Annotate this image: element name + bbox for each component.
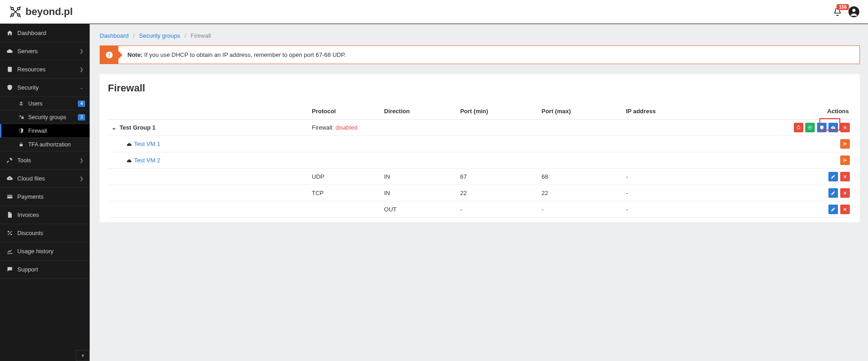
vm-row: Test VM 1	[108, 136, 852, 152]
home-icon	[6, 30, 13, 36]
group-row[interactable]: ⌄ Test Group 1 Firewall: disabled	[108, 120, 852, 136]
svg-rect-16	[109, 53, 110, 55]
logo-icon	[9, 5, 22, 18]
edit-rule-button[interactable]	[828, 172, 838, 181]
delete-rule-button[interactable]	[840, 172, 850, 181]
rule-pmin: 22	[457, 185, 538, 201]
shield-half-icon	[18, 128, 24, 134]
rule-direction: OUT	[381, 201, 457, 218]
rule-direction: IN	[381, 169, 457, 185]
chevron-right-icon: ❯	[80, 158, 83, 163]
sidebar-item-firewall[interactable]: Firewall	[0, 124, 90, 138]
rule-protocol	[308, 201, 381, 218]
sidebar-item-discounts[interactable]: Discounts	[0, 224, 90, 242]
cloud-down-icon	[6, 175, 13, 182]
svg-point-13	[8, 231, 9, 232]
col-actions: Actions	[708, 103, 852, 120]
chevron-left-icon	[81, 353, 85, 358]
refresh-icon	[796, 125, 801, 130]
topbar: beyond.pl 156	[0, 0, 868, 24]
breadcrumb-current: Firewall	[191, 32, 211, 39]
sidebar-item-tfa[interactable]: TFA authorization	[0, 138, 90, 151]
edit-rule-button[interactable]	[828, 188, 838, 198]
col-direction: Direction	[381, 103, 457, 120]
alert-note: Note: If you use DHCP to obtain an IP ad…	[100, 45, 860, 64]
shield-icon	[819, 125, 824, 130]
sidebar-item-label: Discounts	[17, 230, 43, 236]
rule-pmin: 67	[457, 169, 538, 185]
svg-rect-11	[7, 195, 12, 199]
sidebar-item-support[interactable]: Support	[0, 261, 90, 279]
delete-rule-button[interactable]	[840, 188, 850, 198]
pencil-icon	[831, 207, 836, 212]
cloud-icon	[6, 48, 13, 55]
sidebar-item-label: Firewall	[28, 128, 47, 134]
vm-row: Test VM 2	[108, 152, 852, 169]
notification-count: 156	[837, 4, 849, 10]
vm-out-button[interactable]	[840, 155, 850, 165]
shield-action-button[interactable]	[817, 123, 827, 132]
sidebar-item-dashboard[interactable]: Dashboard	[0, 24, 90, 42]
col-ip: IP address	[622, 103, 708, 120]
svg-point-14	[10, 234, 12, 235]
sidebar-item-label: Invoices	[17, 211, 39, 218]
sidebar-item-label: Payments	[17, 193, 44, 200]
database-icon	[6, 66, 13, 73]
sidebar-item-payments[interactable]: Payments	[0, 188, 90, 206]
sidebar-item-security[interactable]: Security ⌄	[0, 79, 90, 97]
sidebar-item-label: TFA authorization	[28, 141, 71, 148]
sidebar-item-cloud-files[interactable]: Cloud files ❯	[0, 170, 90, 188]
add-rule-button[interactable]	[805, 123, 815, 132]
close-icon	[843, 191, 848, 196]
group-lock-icon	[18, 114, 24, 120]
rule-row: TCP IN 22 22 -	[108, 185, 852, 201]
plus-circle-icon	[807, 125, 812, 130]
svg-rect-9	[21, 117, 24, 119]
vm-link[interactable]: Test VM 1	[134, 140, 160, 147]
rule-protocol: UDP	[308, 169, 381, 185]
chevron-right-icon: ❯	[80, 49, 83, 54]
rule-ip: -	[622, 201, 708, 218]
sidebar-collapse-button[interactable]	[76, 350, 90, 361]
user-avatar[interactable]	[848, 6, 860, 18]
sidebar-item-label: Usage history	[17, 248, 53, 255]
sidebar-item-invoices[interactable]: Invoices	[0, 206, 90, 224]
svg-point-8	[20, 115, 21, 117]
firewall-table: Protocol Direction Port (min) Port (max)…	[108, 103, 852, 218]
delete-rule-button[interactable]	[840, 205, 850, 214]
rule-pmax: 22	[538, 185, 623, 201]
close-icon	[843, 125, 848, 130]
breadcrumb-link-security-groups[interactable]: Security groups	[139, 32, 180, 39]
breadcrumb: Dashboard / Security groups / Firewall	[100, 32, 860, 39]
download-button[interactable]	[828, 123, 838, 132]
count-badge: 3	[78, 114, 85, 120]
delete-group-button[interactable]	[840, 123, 850, 132]
pencil-icon	[831, 191, 836, 196]
vm-out-button[interactable]	[840, 139, 850, 149]
sidebar-item-label: Security groups	[28, 114, 66, 120]
sidebar-item-tools[interactable]: Tools ❯	[0, 151, 90, 170]
alert-prefix: Note:	[127, 51, 142, 58]
sidebar-item-label: Security	[17, 84, 39, 91]
rule-ip: -	[622, 169, 708, 185]
notifications-button[interactable]: 156	[832, 7, 843, 17]
sidebar-item-servers[interactable]: Servers ❯	[0, 42, 90, 60]
sidebar-item-resources[interactable]: Resources ❯	[0, 60, 90, 79]
brand-logo[interactable]: beyond.pl	[9, 5, 73, 18]
sidebar-item-label: Cloud files	[17, 175, 45, 182]
sidebar-item-security-groups[interactable]: Security groups 3	[0, 110, 90, 124]
edit-rule-button[interactable]	[828, 205, 838, 214]
shield-icon	[6, 84, 13, 91]
vm-link[interactable]: Test VM 2	[134, 157, 160, 164]
breadcrumb-link-dashboard[interactable]: Dashboard	[100, 32, 129, 39]
close-icon	[843, 207, 848, 212]
col-pmax: Port (max)	[538, 103, 623, 120]
sidebar-item-label: Servers	[17, 48, 38, 55]
count-badge: 4	[78, 100, 85, 107]
refresh-button[interactable]	[794, 123, 803, 132]
sidebar-item-usage[interactable]: Usage history	[0, 242, 90, 261]
firewall-label: Firewall:	[312, 124, 335, 131]
sidebar: Dashboard Servers ❯ Resources ❯ Security…	[0, 24, 90, 361]
firewall-card: Firewall Protocol Direction Port (min) P…	[100, 74, 860, 222]
sidebar-item-users[interactable]: Users 4	[0, 97, 90, 110]
